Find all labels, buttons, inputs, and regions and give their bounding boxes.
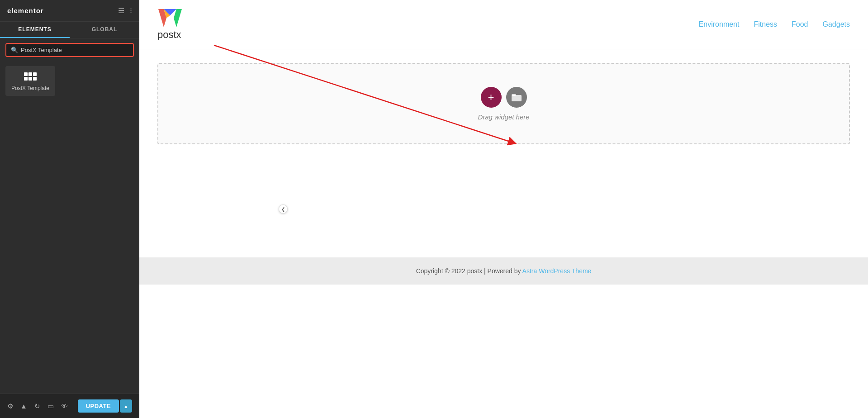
site-logo-svg bbox=[157, 8, 183, 28]
update-group: UPDATE ▲ bbox=[78, 399, 132, 413]
svg-rect-9 bbox=[512, 94, 516, 96]
nav-environment[interactable]: Environment bbox=[699, 20, 740, 28]
sidebar: elementor ☰ ⁝ ELEMENTS GLOBAL 🔍 bbox=[0, 0, 139, 418]
svg-rect-8 bbox=[512, 95, 522, 101]
footer-text: Copyright © 2022 postx | Powered by bbox=[416, 267, 522, 275]
preview-page: postx Environment Fitness Food Gadgets bbox=[139, 0, 868, 418]
nav-fitness[interactable]: Fitness bbox=[754, 20, 777, 28]
settings-icon[interactable]: ⚙ bbox=[7, 402, 13, 410]
site-header: postx Environment Fitness Food Gadgets bbox=[139, 0, 868, 49]
canvas: postx Environment Fitness Food Gadgets bbox=[139, 0, 868, 418]
search-wrap: 🔍 bbox=[0, 38, 139, 62]
widget-postx-template[interactable]: PostX Template bbox=[5, 66, 55, 96]
collapse-handle[interactable]: ❮ bbox=[279, 204, 288, 214]
widgets-panel: PostX Template bbox=[0, 62, 139, 394]
sidebar-footer: ⚙ ▲ ↻ ▭ 👁 UPDATE ▲ bbox=[0, 394, 139, 418]
drop-zone[interactable]: + Drag widget here bbox=[157, 63, 850, 144]
responsive-icon[interactable]: ▭ bbox=[47, 402, 54, 410]
sidebar-canvas-wrap: ❮ bbox=[139, 0, 868, 418]
site-nav: Environment Fitness Food Gadgets bbox=[699, 20, 850, 28]
sidebar-header: elementor ☰ ⁝ bbox=[0, 0, 139, 22]
content-area: + Drag widget here bbox=[139, 49, 868, 230]
header-icons: ☰ ⁝ bbox=[118, 6, 132, 15]
eye-icon[interactable]: 👁 bbox=[61, 402, 68, 410]
add-widget-button[interactable]: + bbox=[481, 87, 502, 108]
hamburger-icon[interactable]: ☰ bbox=[118, 6, 124, 15]
app-wrapper: elementor ☰ ⁝ ELEMENTS GLOBAL 🔍 bbox=[0, 0, 868, 418]
nav-gadgets[interactable]: Gadgets bbox=[823, 20, 850, 28]
layers-icon[interactable]: ▲ bbox=[20, 402, 27, 410]
site-logo-text: postx bbox=[157, 29, 181, 41]
search-box: 🔍 bbox=[5, 43, 134, 57]
history-icon[interactable]: ↻ bbox=[34, 402, 40, 410]
search-input[interactable] bbox=[21, 47, 128, 53]
search-icon: 🔍 bbox=[11, 47, 18, 53]
update-dropdown-button[interactable]: ▲ bbox=[120, 399, 132, 413]
main-layout: elementor ☰ ⁝ ELEMENTS GLOBAL 🔍 bbox=[0, 0, 868, 418]
elementor-logo: elementor bbox=[7, 7, 44, 14]
site-footer: Copyright © 2022 postx | Powered by Astr… bbox=[139, 257, 868, 285]
tab-elements[interactable]: ELEMENTS bbox=[0, 22, 70, 38]
site-logo-wrap: postx bbox=[157, 8, 183, 41]
widget-label: PostX Template bbox=[11, 85, 49, 91]
sidebar-tabs: ELEMENTS GLOBAL bbox=[0, 22, 139, 38]
update-button[interactable]: UPDATE bbox=[78, 399, 119, 413]
postx-template-icon bbox=[24, 72, 37, 81]
grid-apps-icon[interactable]: ⁝ bbox=[130, 6, 132, 15]
add-template-button[interactable] bbox=[506, 87, 527, 108]
tab-global[interactable]: GLOBAL bbox=[70, 22, 139, 38]
folder-icon bbox=[512, 93, 522, 101]
svg-marker-6 bbox=[174, 9, 182, 27]
drop-zone-buttons: + bbox=[481, 87, 527, 108]
drop-label: Drag widget here bbox=[478, 113, 529, 121]
footer-link[interactable]: Astra WordPress Theme bbox=[522, 267, 592, 275]
footer-icons: ⚙ ▲ ↻ ▭ 👁 bbox=[7, 402, 68, 410]
nav-food[interactable]: Food bbox=[792, 20, 808, 28]
